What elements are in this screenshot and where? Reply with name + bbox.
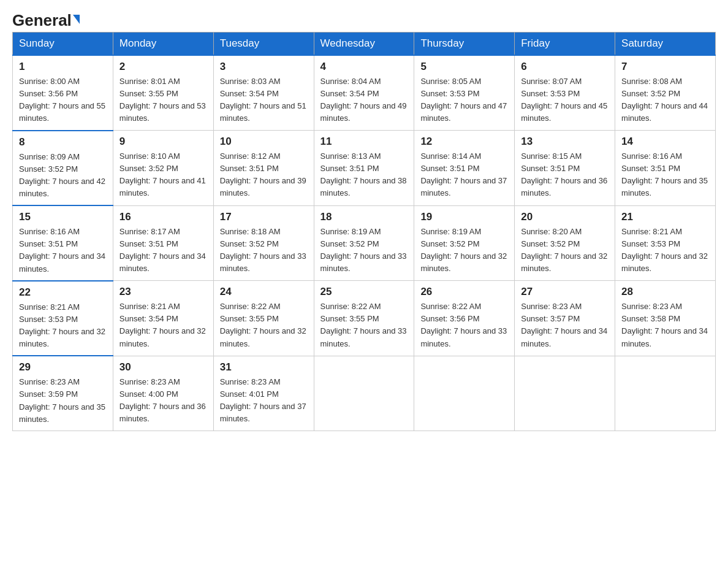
day-number: 14 xyxy=(621,136,709,148)
calendar-day-15: 15Sunrise: 8:16 AMSunset: 3:51 PMDayligh… xyxy=(13,205,113,281)
calendar-week-3: 15Sunrise: 8:16 AMSunset: 3:51 PMDayligh… xyxy=(13,205,716,281)
calendar-day-22: 22Sunrise: 8:21 AMSunset: 3:53 PMDayligh… xyxy=(13,281,113,356)
calendar-day-21: 21Sunrise: 8:21 AMSunset: 3:53 PMDayligh… xyxy=(615,205,716,281)
calendar-day-4: 4Sunrise: 8:04 AMSunset: 3:54 PMDaylight… xyxy=(314,55,414,131)
day-number: 13 xyxy=(521,136,609,148)
page-header: General xyxy=(12,12,716,26)
day-number: 3 xyxy=(220,61,308,73)
day-info: Sunrise: 8:18 AMSunset: 3:52 PMDaylight:… xyxy=(220,226,308,275)
day-number: 12 xyxy=(420,136,508,148)
calendar-week-1: 1Sunrise: 8:00 AMSunset: 3:56 PMDaylight… xyxy=(13,55,716,131)
day-info: Sunrise: 8:23 AMSunset: 3:58 PMDaylight:… xyxy=(621,301,709,350)
day-number: 19 xyxy=(420,211,508,223)
day-number: 21 xyxy=(621,211,709,223)
calendar-day-3: 3Sunrise: 8:03 AMSunset: 3:54 PMDaylight… xyxy=(213,55,314,131)
day-number: 6 xyxy=(521,61,609,73)
day-number: 28 xyxy=(621,286,709,298)
day-info: Sunrise: 8:04 AMSunset: 3:54 PMDaylight:… xyxy=(320,75,408,125)
calendar-day-19: 19Sunrise: 8:19 AMSunset: 3:52 PMDayligh… xyxy=(414,205,515,281)
calendar-week-2: 8Sunrise: 8:09 AMSunset: 3:52 PMDaylight… xyxy=(13,131,716,206)
calendar-day-17: 17Sunrise: 8:18 AMSunset: 3:52 PMDayligh… xyxy=(213,205,314,281)
logo-name: General xyxy=(12,12,80,28)
day-number: 10 xyxy=(220,136,308,148)
day-number: 1 xyxy=(19,61,107,73)
day-info: Sunrise: 8:07 AMSunset: 3:53 PMDaylight:… xyxy=(521,75,609,125)
calendar-day-24: 24Sunrise: 8:22 AMSunset: 3:55 PMDayligh… xyxy=(213,281,314,356)
calendar-empty xyxy=(314,356,414,431)
day-number: 31 xyxy=(220,361,308,373)
calendar-day-9: 9Sunrise: 8:10 AMSunset: 3:52 PMDaylight… xyxy=(113,131,213,206)
calendar-day-23: 23Sunrise: 8:21 AMSunset: 3:54 PMDayligh… xyxy=(113,281,213,356)
calendar-day-13: 13Sunrise: 8:15 AMSunset: 3:51 PMDayligh… xyxy=(515,131,615,206)
column-header-sunday: Sunday xyxy=(13,33,113,56)
day-number: 27 xyxy=(521,286,609,298)
day-info: Sunrise: 8:21 AMSunset: 3:53 PMDaylight:… xyxy=(621,226,709,275)
calendar-day-18: 18Sunrise: 8:19 AMSunset: 3:52 PMDayligh… xyxy=(314,205,414,281)
day-info: Sunrise: 8:21 AMSunset: 3:53 PMDaylight:… xyxy=(19,301,107,351)
day-info: Sunrise: 8:03 AMSunset: 3:54 PMDaylight:… xyxy=(220,75,308,125)
calendar-day-6: 6Sunrise: 8:07 AMSunset: 3:53 PMDaylight… xyxy=(515,55,615,131)
day-info: Sunrise: 8:19 AMSunset: 3:52 PMDaylight:… xyxy=(320,226,408,275)
day-info: Sunrise: 8:23 AMSunset: 3:59 PMDaylight:… xyxy=(19,376,107,426)
calendar-day-27: 27Sunrise: 8:23 AMSunset: 3:57 PMDayligh… xyxy=(515,281,615,356)
day-number: 11 xyxy=(320,136,408,148)
day-info: Sunrise: 8:13 AMSunset: 3:51 PMDaylight:… xyxy=(320,150,408,200)
column-header-thursday: Thursday xyxy=(414,33,515,56)
day-number: 5 xyxy=(420,61,508,73)
day-info: Sunrise: 8:14 AMSunset: 3:51 PMDaylight:… xyxy=(420,150,508,200)
day-info: Sunrise: 8:23 AMSunset: 4:00 PMDaylight:… xyxy=(119,376,207,426)
day-number: 4 xyxy=(320,61,408,73)
day-number: 29 xyxy=(19,361,107,373)
day-info: Sunrise: 8:16 AMSunset: 3:51 PMDaylight:… xyxy=(19,226,107,275)
calendar-empty xyxy=(515,356,615,431)
day-info: Sunrise: 8:22 AMSunset: 3:56 PMDaylight:… xyxy=(420,301,508,350)
day-info: Sunrise: 8:23 AMSunset: 3:57 PMDaylight:… xyxy=(521,301,609,350)
column-header-friday: Friday xyxy=(515,33,615,56)
calendar-empty xyxy=(414,356,515,431)
day-info: Sunrise: 8:22 AMSunset: 3:55 PMDaylight:… xyxy=(220,301,308,350)
calendar-week-5: 29Sunrise: 8:23 AMSunset: 3:59 PMDayligh… xyxy=(13,356,716,431)
calendar-day-1: 1Sunrise: 8:00 AMSunset: 3:56 PMDaylight… xyxy=(13,55,113,131)
day-info: Sunrise: 8:23 AMSunset: 4:01 PMDaylight:… xyxy=(220,376,308,426)
day-info: Sunrise: 8:08 AMSunset: 3:52 PMDaylight:… xyxy=(621,75,709,125)
day-number: 2 xyxy=(119,61,207,73)
calendar-day-16: 16Sunrise: 8:17 AMSunset: 3:51 PMDayligh… xyxy=(113,205,213,281)
calendar-day-26: 26Sunrise: 8:22 AMSunset: 3:56 PMDayligh… xyxy=(414,281,515,356)
calendar-week-4: 22Sunrise: 8:21 AMSunset: 3:53 PMDayligh… xyxy=(13,281,716,356)
calendar-day-12: 12Sunrise: 8:14 AMSunset: 3:51 PMDayligh… xyxy=(414,131,515,206)
day-number: 17 xyxy=(220,211,308,223)
calendar-day-20: 20Sunrise: 8:20 AMSunset: 3:52 PMDayligh… xyxy=(515,205,615,281)
day-info: Sunrise: 8:10 AMSunset: 3:52 PMDaylight:… xyxy=(119,150,207,200)
calendar-day-10: 10Sunrise: 8:12 AMSunset: 3:51 PMDayligh… xyxy=(213,131,314,206)
day-number: 24 xyxy=(220,286,308,298)
day-number: 15 xyxy=(19,211,107,223)
day-info: Sunrise: 8:01 AMSunset: 3:55 PMDaylight:… xyxy=(119,75,207,125)
day-number: 8 xyxy=(19,136,107,148)
day-number: 9 xyxy=(119,136,207,148)
calendar-day-28: 28Sunrise: 8:23 AMSunset: 3:58 PMDayligh… xyxy=(615,281,716,356)
day-info: Sunrise: 8:21 AMSunset: 3:54 PMDaylight:… xyxy=(119,301,207,350)
day-number: 18 xyxy=(320,211,408,223)
day-number: 30 xyxy=(119,361,207,373)
day-info: Sunrise: 8:19 AMSunset: 3:52 PMDaylight:… xyxy=(420,226,508,275)
day-number: 26 xyxy=(420,286,508,298)
day-info: Sunrise: 8:16 AMSunset: 3:51 PMDaylight:… xyxy=(621,150,709,200)
calendar-day-5: 5Sunrise: 8:05 AMSunset: 3:53 PMDaylight… xyxy=(414,55,515,131)
calendar-day-31: 31Sunrise: 8:23 AMSunset: 4:01 PMDayligh… xyxy=(213,356,314,431)
calendar-table: SundayMondayTuesdayWednesdayThursdayFrid… xyxy=(12,32,716,431)
column-header-saturday: Saturday xyxy=(615,33,716,56)
calendar-day-2: 2Sunrise: 8:01 AMSunset: 3:55 PMDaylight… xyxy=(113,55,213,131)
calendar-day-25: 25Sunrise: 8:22 AMSunset: 3:55 PMDayligh… xyxy=(314,281,414,356)
day-number: 25 xyxy=(320,286,408,298)
day-info: Sunrise: 8:05 AMSunset: 3:53 PMDaylight:… xyxy=(420,75,508,125)
day-info: Sunrise: 8:00 AMSunset: 3:56 PMDaylight:… xyxy=(19,75,107,125)
day-info: Sunrise: 8:20 AMSunset: 3:52 PMDaylight:… xyxy=(521,226,609,275)
calendar-day-11: 11Sunrise: 8:13 AMSunset: 3:51 PMDayligh… xyxy=(314,131,414,206)
day-info: Sunrise: 8:17 AMSunset: 3:51 PMDaylight:… xyxy=(119,226,207,275)
calendar-day-30: 30Sunrise: 8:23 AMSunset: 4:00 PMDayligh… xyxy=(113,356,213,431)
day-number: 22 xyxy=(19,286,107,299)
day-number: 16 xyxy=(119,211,207,223)
day-info: Sunrise: 8:12 AMSunset: 3:51 PMDaylight:… xyxy=(220,150,308,200)
calendar-day-7: 7Sunrise: 8:08 AMSunset: 3:52 PMDaylight… xyxy=(615,55,716,131)
day-number: 23 xyxy=(119,286,207,298)
